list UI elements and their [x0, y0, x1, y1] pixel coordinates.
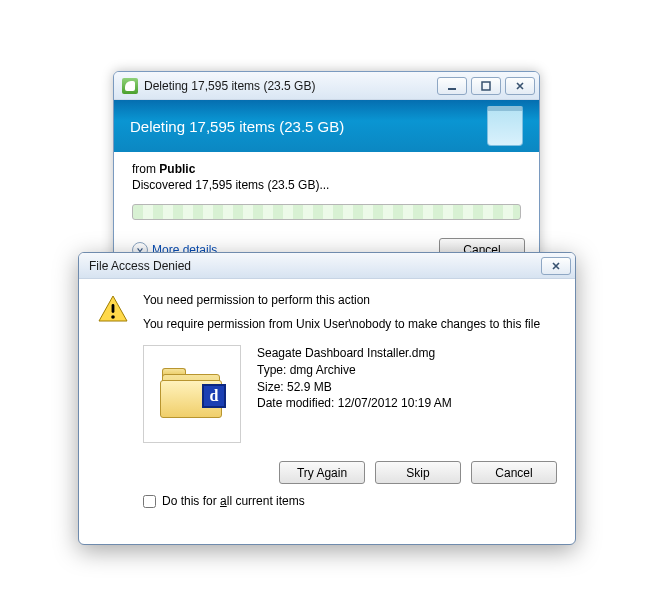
transfer-icon [122, 78, 138, 94]
delete-window-title: Deleting 17,595 items (23.5 GB) [144, 79, 437, 93]
minimize-icon [447, 81, 457, 91]
from-target: Public [159, 162, 195, 176]
file-info: Seagate Dashboard Installer.dmg Type: dm… [257, 345, 452, 443]
d-badge-icon: d [202, 384, 226, 408]
skip-button[interactable]: Skip [375, 461, 461, 484]
delete-titlebar[interactable]: Deleting 17,595 items (23.5 GB) [114, 72, 539, 100]
delete-discovered-line: Discovered 17,595 items (23.5 GB)... [132, 178, 521, 192]
deny-titlebar[interactable]: File Access Denied [79, 253, 575, 279]
minimize-button[interactable] [437, 77, 467, 95]
close-icon [515, 81, 525, 91]
file-thumbnail: d [143, 345, 241, 443]
access-denied-dialog: File Access Denied You need permission t… [78, 252, 576, 545]
file-name: Seagate Dashboard Installer.dmg [257, 345, 452, 362]
svg-rect-1 [482, 82, 490, 90]
checkbox-text-pre: Do this for [162, 494, 220, 508]
warning-icon [97, 293, 129, 325]
svg-rect-2 [112, 304, 115, 313]
file-size: Size: 52.9 MB [257, 379, 452, 396]
delete-header-text: Deleting 17,595 items (23.5 GB) [130, 118, 487, 135]
deny-window-title: File Access Denied [89, 259, 541, 273]
cancel-button[interactable]: Cancel [471, 461, 557, 484]
dmg-folder-icon: d [160, 368, 224, 420]
file-date: Date modified: 12/07/2012 10:19 AM [257, 395, 452, 412]
maximize-button[interactable] [471, 77, 501, 95]
maximize-icon [481, 81, 491, 91]
close-icon [551, 261, 561, 271]
checkbox-text-post: ll current items [227, 494, 305, 508]
delete-progress-bar [132, 204, 521, 220]
delete-header-banner: Deleting 17,595 items (23.5 GB) [114, 100, 539, 152]
delete-from-line: from Public [132, 162, 521, 176]
require-permission-text: You require permission from Unix User\no… [143, 317, 540, 331]
from-prefix: from [132, 162, 159, 176]
svg-point-3 [111, 315, 115, 319]
close-button[interactable] [505, 77, 535, 95]
deny-close-button[interactable] [541, 257, 571, 275]
recycle-bin-icon [487, 106, 523, 146]
need-permission-text: You need permission to perform this acti… [143, 293, 540, 307]
file-type: Type: dmg Archive [257, 362, 452, 379]
do-for-all-label[interactable]: Do this for all current items [162, 494, 305, 508]
do-for-all-checkbox[interactable] [143, 495, 156, 508]
svg-rect-0 [448, 88, 456, 90]
checkbox-text-accel: a [220, 494, 227, 508]
try-again-button[interactable]: Try Again [279, 461, 365, 484]
delete-body: from Public Discovered 17,595 items (23.… [114, 152, 539, 230]
